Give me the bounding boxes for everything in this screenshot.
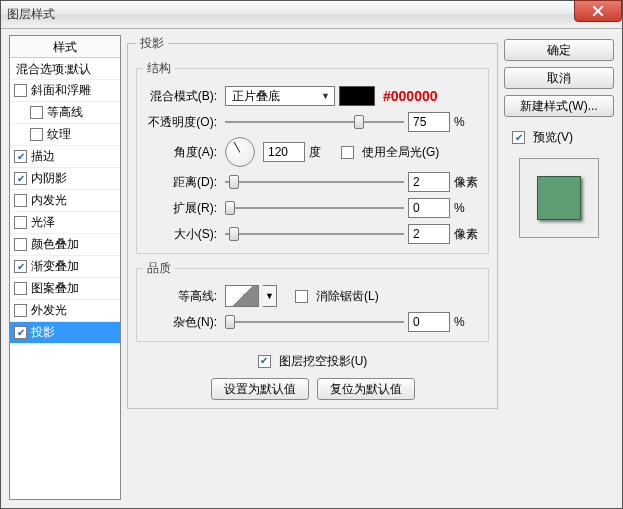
sidebar-item-label: 内发光 [31, 192, 67, 209]
reset-default-button[interactable]: 复位为默认值 [317, 378, 415, 400]
contour-dropdown[interactable]: ▼ [263, 285, 277, 307]
sidebar-item-label: 颜色叠加 [31, 236, 79, 253]
preview-swatch [537, 176, 581, 220]
angle-row: 角度(A): 120 度 使用全局光(G) [143, 135, 482, 169]
right-panel: 确定 取消 新建样式(W)... 预览(V) [504, 35, 614, 500]
distance-label: 距离(D): [143, 174, 221, 191]
sidebar-item-pattern-overlay[interactable]: 图案叠加 [10, 278, 120, 300]
blend-mode-row: 混合模式(B): 正片叠底 ▼ #000000 [143, 83, 482, 109]
distance-slider[interactable] [225, 173, 404, 191]
blend-mode-select[interactable]: 正片叠底 ▼ [225, 86, 335, 106]
checkbox-icon[interactable] [14, 260, 27, 273]
opacity-slider[interactable] [225, 113, 404, 131]
ok-button[interactable]: 确定 [504, 39, 614, 61]
opacity-unit: % [454, 115, 482, 129]
titlebar: 图层样式 [1, 1, 622, 29]
knockout-row: 图层挖空投影(U) [136, 348, 489, 374]
sidebar-item-bevel[interactable]: 斜面和浮雕 [10, 80, 120, 102]
content-area: 样式 混合选项:默认 斜面和浮雕 等高线 纹理 描边 内阴影 [1, 29, 622, 508]
checkbox-icon[interactable] [14, 194, 27, 207]
checkbox-icon[interactable] [14, 172, 27, 185]
size-slider[interactable] [225, 225, 404, 243]
opacity-label: 不透明度(O): [143, 114, 221, 131]
blend-mode-label: 混合模式(B): [143, 88, 221, 105]
global-light-label: 使用全局光(G) [362, 144, 439, 161]
new-style-button[interactable]: 新建样式(W)... [504, 95, 614, 117]
distance-input[interactable]: 2 [408, 172, 450, 192]
preview-box [519, 158, 599, 238]
global-light-checkbox[interactable] [341, 146, 354, 159]
knockout-label: 图层挖空投影(U) [279, 353, 368, 370]
size-input[interactable]: 2 [408, 224, 450, 244]
sidebar-item-color-overlay[interactable]: 颜色叠加 [10, 234, 120, 256]
noise-input[interactable]: 0 [408, 312, 450, 332]
noise-label: 杂色(N): [143, 314, 221, 331]
sidebar-item-label: 外发光 [31, 302, 67, 319]
knockout-checkbox[interactable] [258, 355, 271, 368]
distance-unit: 像素 [454, 174, 482, 191]
styles-list: 样式 混合选项:默认 斜面和浮雕 等高线 纹理 描边 内阴影 [9, 35, 121, 500]
angle-dial[interactable] [225, 137, 255, 167]
cancel-button[interactable]: 取消 [504, 67, 614, 89]
checkbox-icon[interactable] [14, 216, 27, 229]
checkbox-icon[interactable] [14, 150, 27, 163]
sidebar-item-gradient-overlay[interactable]: 渐变叠加 [10, 256, 120, 278]
color-swatch[interactable] [339, 86, 375, 106]
chevron-down-icon: ▼ [321, 91, 330, 101]
make-default-button[interactable]: 设置为默认值 [211, 378, 309, 400]
checkbox-icon[interactable] [30, 128, 43, 141]
structure-group: 结构 混合模式(B): 正片叠底 ▼ #000000 不透明度(O): [136, 60, 489, 254]
sidebar-item-label: 图案叠加 [31, 280, 79, 297]
spread-slider[interactable] [225, 199, 404, 217]
dialog-window: 图层样式 样式 混合选项:默认 斜面和浮雕 等高线 纹理 描边 [0, 0, 623, 509]
drop-shadow-fieldset: 投影 结构 混合模式(B): 正片叠底 ▼ #000000 不透明度(O): [127, 35, 498, 409]
noise-slider[interactable] [225, 313, 404, 331]
angle-label: 角度(A): [143, 144, 221, 161]
size-label: 大小(S): [143, 226, 221, 243]
size-row: 大小(S): 2 像素 [143, 221, 482, 247]
antialias-checkbox[interactable] [295, 290, 308, 303]
opacity-input[interactable]: 75 [408, 112, 450, 132]
sidebar-item-label: 等高线 [47, 104, 83, 121]
sidebar-item-texture[interactable]: 纹理 [10, 124, 120, 146]
window-title: 图层样式 [7, 6, 55, 23]
checkbox-icon[interactable] [14, 84, 27, 97]
fieldset-title: 投影 [136, 35, 168, 52]
sidebar-item-stroke[interactable]: 描边 [10, 146, 120, 168]
spread-label: 扩展(R): [143, 200, 221, 217]
sidebar-item-outer-glow[interactable]: 外发光 [10, 300, 120, 322]
sidebar-item-label: 光泽 [31, 214, 55, 231]
default-buttons-row: 设置为默认值 复位为默认值 [136, 378, 489, 400]
sidebar-item-drop-shadow[interactable]: 投影 [10, 322, 120, 344]
checkbox-icon[interactable] [14, 304, 27, 317]
sidebar-item-label: 内阴影 [31, 170, 67, 187]
angle-input[interactable]: 120 [263, 142, 305, 162]
spread-row: 扩展(R): 0 % [143, 195, 482, 221]
settings-panel: 投影 结构 混合模式(B): 正片叠底 ▼ #000000 不透明度(O): [127, 35, 498, 500]
checkbox-icon[interactable] [14, 326, 27, 339]
spread-unit: % [454, 201, 482, 215]
contour-picker[interactable] [225, 285, 259, 307]
preview-check-row: 预览(V) [504, 129, 614, 146]
sidebar-item-satin[interactable]: 光泽 [10, 212, 120, 234]
checkbox-icon[interactable] [14, 238, 27, 251]
sidebar-item-label: 投影 [31, 324, 55, 341]
sidebar-item-inner-glow[interactable]: 内发光 [10, 190, 120, 212]
preview-checkbox[interactable] [512, 131, 525, 144]
sidebar-item-label: 纹理 [47, 126, 71, 143]
spread-input[interactable]: 0 [408, 198, 450, 218]
checkbox-icon[interactable] [30, 106, 43, 119]
sidebar-item-label: 渐变叠加 [31, 258, 79, 275]
sidebar-item-contour[interactable]: 等高线 [10, 102, 120, 124]
preview-label: 预览(V) [533, 129, 573, 146]
blend-mode-value: 正片叠底 [232, 88, 280, 105]
color-hex-label: #000000 [383, 88, 438, 104]
checkbox-icon[interactable] [14, 282, 27, 295]
sidebar-item-inner-shadow[interactable]: 内阴影 [10, 168, 120, 190]
angle-unit: 度 [309, 144, 337, 161]
close-icon [592, 5, 604, 17]
quality-group: 品质 等高线: ▼ 消除锯齿(L) 杂色(N): [136, 260, 489, 342]
close-button[interactable] [574, 0, 622, 22]
size-unit: 像素 [454, 226, 482, 243]
blend-options-row[interactable]: 混合选项:默认 [10, 58, 120, 80]
